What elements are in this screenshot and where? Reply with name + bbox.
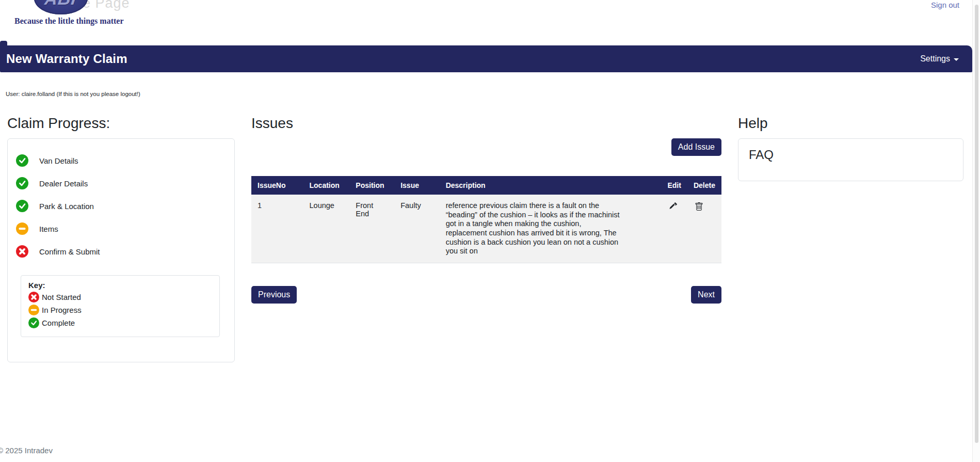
- add-issue-button[interactable]: Add Issue: [671, 138, 721, 156]
- column-header-location: Location: [303, 176, 350, 195]
- previous-button[interactable]: Previous: [251, 286, 297, 304]
- column-header-position: Position: [349, 176, 394, 195]
- faq-link[interactable]: FAQ: [749, 148, 953, 162]
- progress-item-label: Park & Location: [39, 202, 94, 211]
- key-item-label: In Progress: [42, 306, 82, 314]
- column-header-delete: Delete: [687, 176, 721, 195]
- brand-tagline: Because the little things matter: [14, 17, 124, 26]
- cell-description: reference previous claim there is a faul…: [440, 195, 662, 263]
- cell-issue: Faulty: [394, 195, 439, 263]
- progress-item-confirm-submit[interactable]: Confirm & Submit: [16, 240, 226, 263]
- check-circle-icon: [28, 317, 39, 328]
- vertical-scrollbar[interactable]: [972, 0, 980, 462]
- table-row: 1 Lounge Front End Faulty reference prev…: [251, 195, 721, 263]
- help-heading: Help: [738, 115, 963, 132]
- cell-issueno: 1: [251, 195, 303, 263]
- column-header-edit: Edit: [661, 176, 687, 195]
- issues-table-header-row: IssueNo Location Position Issue Descript…: [251, 176, 721, 195]
- trash-icon: [695, 202, 703, 211]
- next-button[interactable]: Next: [691, 286, 721, 304]
- cell-location: Lounge: [303, 195, 350, 263]
- column-header-description: Description: [440, 176, 662, 195]
- check-circle-icon: [16, 154, 28, 167]
- page-title: New Warranty Claim: [6, 52, 127, 66]
- claim-progress-heading: Claim Progress:: [7, 115, 235, 132]
- pencil-icon: [668, 202, 677, 211]
- progress-item-label: Van Details: [39, 156, 78, 165]
- progress-item-park-location[interactable]: Park & Location: [16, 195, 226, 217]
- check-circle-icon: [16, 177, 28, 189]
- copyright-text: © 2025 Intradev: [0, 446, 53, 455]
- column-header-issue: Issue: [394, 176, 439, 195]
- main-navbar: New Warranty Claim Settings: [0, 45, 972, 72]
- abi-logo[interactable]: ABI: [34, 0, 88, 14]
- progress-item-label: Confirm & Submit: [39, 247, 100, 256]
- abi-logo-text: ABI: [43, 0, 78, 9]
- key-item-label: Not Started: [42, 293, 81, 301]
- user-notice: User: claire.folland (If this is not you…: [6, 91, 980, 97]
- page-header: Home Page ABI Because the little things …: [0, 0, 980, 45]
- progress-item-label: Dealer Details: [39, 179, 88, 188]
- progress-item-van-details[interactable]: Van Details: [16, 149, 226, 172]
- status-key: Key: Not Started In Progress Complete: [21, 275, 220, 337]
- minus-circle-icon: [16, 222, 28, 235]
- x-circle-icon: [28, 292, 39, 302]
- key-item-label: Complete: [42, 318, 75, 327]
- chevron-down-icon: [954, 58, 959, 61]
- check-circle-icon: [16, 200, 28, 212]
- key-item-complete: Complete: [28, 317, 212, 328]
- cell-edit: [661, 195, 687, 263]
- help-section: Help FAQ: [738, 115, 963, 181]
- wizard-nav-buttons: Previous Next: [251, 286, 721, 304]
- x-circle-icon: [16, 245, 28, 258]
- progress-item-dealer-details[interactable]: Dealer Details: [16, 172, 226, 195]
- minus-circle-icon: [28, 305, 39, 315]
- cell-delete: [687, 195, 721, 263]
- key-heading: Key:: [28, 281, 212, 290]
- issues-heading: Issues: [251, 115, 721, 132]
- settings-dropdown[interactable]: Settings: [920, 54, 959, 63]
- column-header-issueno: IssueNo: [251, 176, 303, 195]
- progress-item-label: Items: [39, 225, 58, 233]
- issues-section: Issues Add Issue IssueNo Location Positi…: [251, 115, 721, 304]
- edit-issue-button[interactable]: [667, 201, 678, 212]
- issues-table: IssueNo Location Position Issue Descript…: [251, 176, 721, 263]
- settings-label: Settings: [920, 54, 950, 63]
- claim-progress-card: Van Details Dealer Details Park & Locati…: [7, 138, 235, 362]
- claim-progress-section: Claim Progress: Van Details Dealer Detai…: [7, 115, 235, 362]
- main-content: Claim Progress: Van Details Dealer Detai…: [0, 115, 980, 362]
- issue-description-text: reference previous claim there is a faul…: [446, 201, 624, 256]
- cell-position: Front End: [349, 195, 394, 263]
- scrollbar-thumb[interactable]: [975, 5, 978, 443]
- help-card: FAQ: [738, 138, 963, 181]
- delete-issue-button[interactable]: [694, 201, 704, 212]
- progress-item-items[interactable]: Items: [16, 217, 226, 240]
- issues-toolbar: Add Issue: [251, 138, 721, 156]
- sign-out-link[interactable]: Sign out: [931, 1, 959, 9]
- key-item-in-progress: In Progress: [28, 305, 212, 315]
- key-item-not-started: Not Started: [28, 292, 212, 302]
